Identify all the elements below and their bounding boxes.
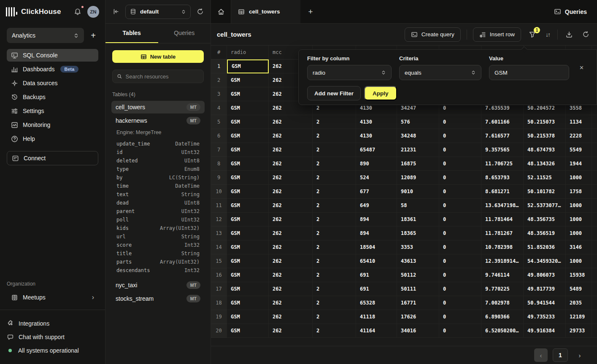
- grid-cell[interactable]: 50.215073: [524, 115, 566, 129]
- grid-cell[interactable]: 12189: [566, 310, 592, 324]
- sidebar-item-dashboards[interactable]: Dashboards Beta: [7, 63, 98, 75]
- sidebar-item-meetups[interactable]: Meetups ›: [7, 291, 98, 304]
- grid-header-cell[interactable]: #: [211, 46, 227, 59]
- grid-cell[interactable]: 41118: [356, 310, 397, 324]
- grid-cell[interactable]: 262: [269, 226, 313, 240]
- grid-cell[interactable]: 50112: [397, 268, 439, 282]
- grid-header-cell[interactable]: radio: [227, 46, 269, 59]
- grid-cell[interactable]: 1758: [566, 185, 592, 199]
- grid-cell[interactable]: 16875: [397, 157, 439, 171]
- grid-cell[interactable]: GSM: [227, 254, 269, 268]
- grid-cell[interactable]: 10.782398: [481, 240, 524, 254]
- grid-cell[interactable]: 51.852036: [524, 240, 566, 254]
- grid-cell[interactable]: 21231: [397, 143, 439, 157]
- sidebar-item-help[interactable]: Help: [7, 132, 98, 145]
- grid-cell[interactable]: 7.002978: [481, 296, 524, 310]
- grid-cell[interactable]: 41164: [356, 324, 397, 338]
- grid-cell[interactable]: 1000: [566, 254, 592, 268]
- grid-cell[interactable]: 1000: [566, 199, 592, 213]
- grid-cell[interactable]: 65328: [356, 296, 397, 310]
- new-table-button[interactable]: New table: [112, 50, 204, 63]
- grid-cell[interactable]: 49.916384: [524, 324, 566, 338]
- grid-cell[interactable]: 0: [439, 115, 481, 129]
- grid-cell[interactable]: 0: [439, 296, 481, 310]
- new-tab-button[interactable]: +: [300, 0, 321, 23]
- grid-cell[interactable]: 48.674793: [524, 143, 566, 157]
- grid-cell[interactable]: GSM: [227, 171, 269, 185]
- grid-cell[interactable]: 890: [356, 157, 397, 171]
- grid-cell[interactable]: 262: [269, 296, 313, 310]
- grid-cell[interactable]: 1134: [566, 115, 592, 129]
- grid-cell[interactable]: 8.653793: [481, 171, 524, 185]
- grid-cell[interactable]: 6.52050200…: [481, 324, 524, 338]
- grid-cell[interactable]: 2: [313, 157, 356, 171]
- grid-cell[interactable]: GSM: [227, 73, 269, 87]
- grid-cell[interactable]: 1944: [566, 157, 592, 171]
- grid-cell[interactable]: 0: [439, 310, 481, 324]
- grid-cell[interactable]: 2: [313, 254, 356, 268]
- connect-button[interactable]: Connect: [7, 151, 98, 165]
- grid-cell[interactable]: 2: [313, 129, 356, 143]
- sidebar-item-settings[interactable]: Settings: [7, 105, 98, 117]
- grid-cell[interactable]: 7.601166: [481, 115, 524, 129]
- grid-cell[interactable]: 49.735233: [524, 310, 566, 324]
- grid-cell[interactable]: 691: [356, 268, 397, 282]
- collapse-panel-icon[interactable]: [112, 8, 119, 15]
- grid-cell[interactable]: 262: [269, 282, 313, 296]
- grid-cell[interactable]: 65410: [356, 254, 397, 268]
- sidebar-item-sql-console[interactable]: SQL Console: [7, 49, 98, 62]
- grid-cell[interactable]: 18361: [397, 213, 439, 226]
- avatar[interactable]: ZN: [87, 6, 99, 18]
- refresh-tables-icon[interactable]: [197, 8, 204, 15]
- grid-cell[interactable]: 524: [356, 171, 397, 185]
- grid-cell[interactable]: 691: [356, 282, 397, 296]
- grid-cell[interactable]: 0: [439, 254, 481, 268]
- grid-cell[interactable]: GSM: [227, 199, 269, 213]
- filter-column-select[interactable]: radio: [307, 65, 392, 80]
- grid-cell[interactable]: GSM: [227, 282, 269, 296]
- create-query-button[interactable]: Create query: [405, 27, 461, 42]
- grid-cell[interactable]: 9.357565: [481, 143, 524, 157]
- grid-cell[interactable]: 2: [313, 296, 356, 310]
- grid-cell[interactable]: 4130: [356, 129, 397, 143]
- grid-cell[interactable]: 13.6347198…: [481, 199, 524, 213]
- grid-cell[interactable]: 11.781464: [481, 213, 524, 226]
- grid-cell[interactable]: 262: [269, 199, 313, 213]
- grid-cell[interactable]: 0: [439, 185, 481, 199]
- grid-cell[interactable]: 18504: [356, 240, 397, 254]
- grid-cell[interactable]: 894: [356, 226, 397, 240]
- apply-filter-button[interactable]: Apply: [364, 86, 397, 100]
- grid-cell[interactable]: GSM: [227, 268, 269, 282]
- download-button[interactable]: [564, 29, 575, 40]
- grid-cell[interactable]: 2: [313, 171, 356, 185]
- grid-cell[interactable]: 12.3918914…: [481, 254, 524, 268]
- grid-cell[interactable]: 0: [439, 240, 481, 254]
- grid-cell[interactable]: 262: [269, 213, 313, 226]
- sidebar-item-data-sources[interactable]: Data sources: [7, 77, 98, 89]
- grid-cell[interactable]: 4130: [356, 115, 397, 129]
- grid-cell[interactable]: 2: [313, 115, 356, 129]
- grid-cell[interactable]: 6.890366: [481, 310, 524, 324]
- grid-cell[interactable]: GSM: [227, 324, 269, 338]
- grid-cell[interactable]: 0: [439, 226, 481, 240]
- grid-cell[interactable]: 262: [269, 157, 313, 171]
- current-page-button[interactable]: 1: [553, 348, 568, 362]
- remove-filter-button[interactable]: ✕: [577, 62, 586, 73]
- grid-cell[interactable]: 8.681271: [481, 185, 524, 199]
- grid-cell[interactable]: 262: [269, 185, 313, 199]
- grid-cell[interactable]: 894: [356, 213, 397, 226]
- table-item-hackernews[interactable]: hackernews MT: [111, 114, 205, 127]
- table-item-cell-towers[interactable]: cell_towers MT: [111, 101, 205, 113]
- grid-cell[interactable]: 48.356519: [524, 226, 566, 240]
- grid-cell[interactable]: 58: [397, 199, 439, 213]
- home-tab[interactable]: [211, 0, 231, 23]
- grid-cell[interactable]: 262: [269, 268, 313, 282]
- grid-cell[interactable]: 48.134326: [524, 157, 566, 171]
- grid-cell[interactable]: 2: [313, 143, 356, 157]
- grid-cell[interactable]: 2: [313, 213, 356, 226]
- grid-cell[interactable]: 52.11525: [524, 171, 566, 185]
- tab-queries[interactable]: Queries: [158, 24, 211, 43]
- grid-cell[interactable]: 5549: [566, 143, 592, 157]
- grid-cell[interactable]: 677: [356, 185, 397, 199]
- grid-cell[interactable]: 7.616577: [481, 129, 524, 143]
